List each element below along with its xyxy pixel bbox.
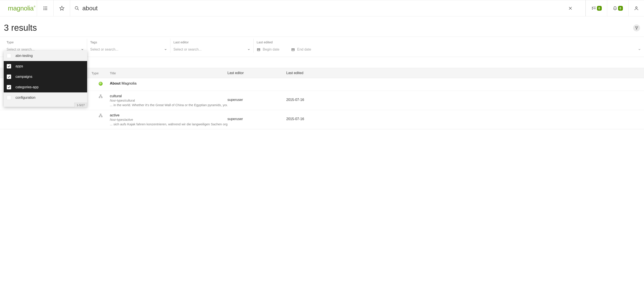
table-row[interactable]: About Magnolia bbox=[0, 78, 644, 91]
checkbox-icon bbox=[7, 96, 11, 100]
clear-search-button[interactable] bbox=[568, 6, 581, 10]
checkbox-checked-icon bbox=[7, 75, 11, 79]
type-option-abn-testing[interactable]: abn-testing bbox=[4, 51, 87, 61]
app-launcher-button[interactable] bbox=[37, 0, 54, 16]
svg-rect-27 bbox=[293, 50, 293, 50]
filter-toggle-button[interactable] bbox=[633, 25, 640, 31]
table-row[interactable]: active /tour-types/active ... sich aufs … bbox=[0, 110, 644, 129]
search-icon bbox=[74, 6, 79, 11]
filter-type-label: Type bbox=[6, 40, 84, 44]
svg-rect-28 bbox=[294, 50, 294, 50]
col-title[interactable]: Title bbox=[110, 71, 228, 75]
svg-point-4 bbox=[45, 8, 46, 9]
svg-point-0 bbox=[43, 6, 44, 7]
col-type[interactable]: Type bbox=[92, 71, 110, 75]
bell-icon bbox=[613, 6, 617, 11]
top-right-controls: 0 0 bbox=[586, 0, 644, 16]
filter-last-editor: Last editor Select or search... bbox=[170, 39, 254, 53]
col-last-edited[interactable]: Last edited bbox=[286, 71, 644, 75]
col-last-editor[interactable]: Last editor bbox=[228, 71, 286, 75]
svg-point-10 bbox=[75, 6, 78, 9]
svg-rect-26 bbox=[292, 50, 292, 50]
user-icon bbox=[634, 6, 639, 11]
svg-rect-38 bbox=[101, 116, 102, 117]
filter-last-edited-label: Last edited bbox=[257, 40, 641, 44]
tasks-button[interactable]: 0 bbox=[586, 0, 607, 16]
svg-rect-23 bbox=[259, 50, 260, 50]
type-dropdown: abn-testing apps campaigns bbox=[4, 51, 87, 107]
grid-icon bbox=[43, 6, 48, 11]
checkbox-checked-icon bbox=[7, 85, 11, 89]
svg-rect-31 bbox=[101, 97, 102, 98]
svg-point-6 bbox=[43, 9, 44, 10]
calendar-icon bbox=[291, 48, 295, 51]
chevron-down-icon bbox=[164, 48, 167, 51]
svg-marker-9 bbox=[60, 6, 64, 10]
tasks-icon bbox=[591, 6, 596, 11]
search-input[interactable] bbox=[82, 5, 568, 12]
type-option-apps[interactable]: apps bbox=[4, 61, 87, 72]
filter-last-editor-label: Last editor bbox=[174, 40, 250, 44]
hierarchy-icon bbox=[98, 94, 103, 98]
chevron-down-icon bbox=[247, 48, 250, 51]
svg-point-3 bbox=[43, 8, 44, 9]
logo[interactable]: magnolia® bbox=[0, 0, 37, 16]
funnel-icon bbox=[635, 26, 638, 30]
checkbox-checked-icon bbox=[7, 64, 11, 69]
chevron-down-icon bbox=[638, 48, 641, 51]
top-bar: magnolia® 0 0 bbox=[0, 0, 644, 16]
main-content: 3 results Type Select or search... abn-t… bbox=[0, 16, 644, 129]
favorite-button[interactable] bbox=[54, 0, 70, 16]
dropdown-count: 1-5/27 bbox=[74, 103, 87, 108]
svg-point-2 bbox=[46, 6, 47, 7]
svg-line-11 bbox=[78, 9, 79, 10]
begin-date-input[interactable]: Begin date bbox=[257, 48, 287, 52]
results-count: 3 results bbox=[4, 23, 37, 33]
notifications-button[interactable]: 0 bbox=[607, 0, 628, 16]
filter-tags-label: Tags bbox=[90, 40, 167, 44]
results-header: 3 results bbox=[0, 16, 644, 37]
filter-tags: Tags Select or search... bbox=[87, 39, 170, 53]
filters-row: Type Select or search... abn-testing app… bbox=[0, 37, 644, 57]
user-menu-button[interactable] bbox=[628, 0, 644, 16]
filter-type: Type Select or search... abn-testing app… bbox=[0, 39, 87, 53]
svg-rect-36 bbox=[100, 114, 101, 115]
table-row[interactable]: cultural /tour-types/cultural ... in the… bbox=[0, 91, 644, 110]
calendar-icon bbox=[257, 48, 260, 51]
filter-tags-select[interactable]: Select or search... bbox=[90, 46, 167, 53]
close-icon bbox=[568, 6, 572, 10]
search-area bbox=[70, 0, 586, 16]
svg-point-16 bbox=[636, 7, 637, 8]
svg-marker-17 bbox=[635, 27, 638, 29]
svg-rect-29 bbox=[100, 95, 101, 96]
svg-rect-30 bbox=[99, 97, 100, 98]
info-icon bbox=[99, 82, 102, 86]
tasks-badge: 0 bbox=[597, 6, 602, 11]
type-option-configuration[interactable]: configuration bbox=[4, 92, 87, 103]
svg-point-8 bbox=[46, 9, 47, 10]
type-option-campaigns[interactable]: campaigns bbox=[4, 72, 87, 82]
hierarchy-icon bbox=[98, 114, 103, 118]
svg-point-5 bbox=[46, 8, 47, 9]
table-header: Name Path Type Title Last editor Last ed… bbox=[0, 68, 644, 78]
checkbox-icon bbox=[7, 54, 11, 58]
svg-point-7 bbox=[45, 9, 46, 10]
svg-point-1 bbox=[45, 6, 46, 7]
filter-last-editor-select[interactable]: Select or search... bbox=[174, 46, 250, 53]
filter-last-edited: Last edited Begin date End date bbox=[254, 39, 644, 53]
type-option-categories-app[interactable]: categories-app bbox=[4, 82, 87, 92]
svg-rect-37 bbox=[99, 116, 100, 117]
star-icon bbox=[59, 6, 64, 11]
results-table: Name Path Type Title Last editor Last ed… bbox=[0, 68, 644, 129]
notifications-badge: 0 bbox=[618, 6, 623, 11]
svg-rect-21 bbox=[258, 50, 258, 50]
svg-rect-22 bbox=[258, 50, 259, 50]
end-date-input[interactable]: End date bbox=[291, 48, 641, 52]
